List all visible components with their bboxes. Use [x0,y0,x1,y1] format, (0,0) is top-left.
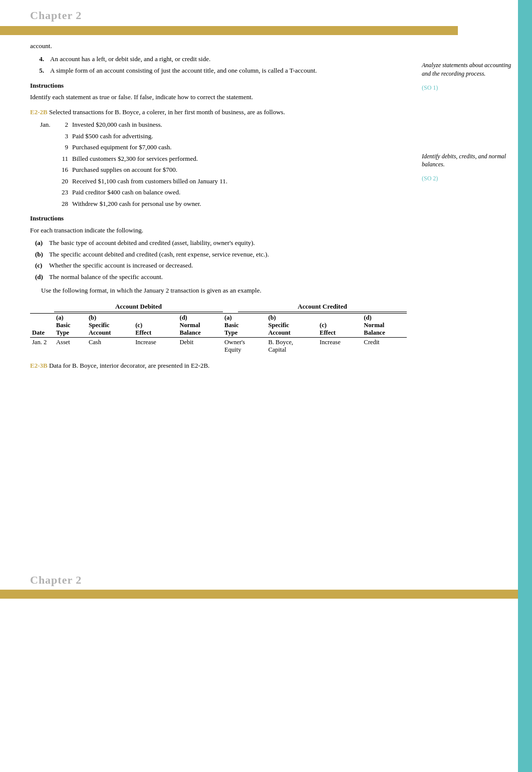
transaction-row: 16 Purchased supplies on account for $70… [40,165,407,175]
letter-d-text: The normal balance of the specific accou… [49,272,163,282]
trans-month-blank6 [40,187,54,197]
list-item: 5. A simple form of an account consistin… [35,66,407,76]
cell-a-credit: Owner'sEquity [222,337,266,355]
lettered-item-c: (c) Whether the specific account is incr… [35,261,407,271]
exercise-e23b-body: Data for B. Boyce, interior decorator, a… [49,362,209,369]
col-d-debit: (d) Normal Balance [178,313,223,337]
item-text-4: An account has a left, or debit side, an… [50,54,407,64]
format-note: Use the following format, in which the J… [41,286,407,296]
right-teal-border [518,0,532,772]
trans-desc-0: Invested $20,000 cash in business. [72,120,407,130]
col-a-credit: (a) Basic Type [222,313,266,337]
item-text-5: A simple form of an account consisting o… [50,66,407,76]
instructions2-heading: Instructions [30,213,407,223]
page-container: Chapter 2 account. 4. An account has a l… [0,0,532,772]
bottom-chapter-area: Chapter 2 [0,574,532,587]
letter-c: (c) [35,261,46,271]
main-content: account. 4. An account has a left, or de… [0,41,532,373]
trans-desc-2: Purchased equipment for $7,000 cash. [72,142,407,152]
trans-month-blank4 [40,165,54,175]
col-c-credit: (c) Effect [318,313,362,337]
trans-day-0: 2 [58,120,68,130]
account-debited-label: Account Debited [54,303,223,312]
exercise-e22b-para: E2-2B Selected transactions for B. Boyce… [30,107,407,117]
bottom-chapter-title: Chapter 2 [30,574,517,587]
date-spacer [30,303,54,312]
cell-b-credit: B. Boyce,Capital [266,337,318,355]
letter-c-text: Whether the specific account is increase… [49,261,193,271]
left-column: account. 4. An account has a left, or de… [30,41,417,373]
right-note-1-text: Analyze statements about accounting and … [422,61,517,78]
col-b-credit: (b) Specific Account [266,313,318,337]
transaction-row: 23 Paid creditor $400 cash on balance ow… [40,187,407,197]
cell-d-credit: Credit [362,337,407,355]
instructions2-text: For each transaction indicate the follow… [30,225,407,235]
exercise-e23b-para: E2-3B Data for B. Boyce, interior decora… [30,361,407,371]
letter-a-text: The basic type of account debited and cr… [49,238,255,248]
trans-desc-7: Withdrew $1,200 cash for personal use by… [72,199,407,209]
cell-date: Jan. 2 [30,337,54,355]
cell-a-debit: Asset [54,337,87,355]
trans-desc-1: Paid $500 cash for advertising. [72,131,407,141]
col-a-debit: (a) Basic Type [54,313,87,337]
trans-day-2: 9 [58,142,68,152]
trans-day-7: 28 [58,199,68,209]
trans-month-blank2 [40,142,54,152]
trans-day-6: 23 [58,187,68,197]
table-row: Jan. 2 Asset Cash Increase Debit Owner's… [30,337,407,355]
trans-month-blank [40,131,54,141]
cell-b-debit: Cash [87,337,133,355]
main-table: Date (a) Basic Type (b) Specific Account [30,313,407,355]
numbered-list: 4. An account has a left, or debit side,… [35,54,407,76]
trans-month: Jan. [40,120,54,130]
lettered-item-b: (b) The specific account debited and cre… [35,249,407,260]
item-number-4: 4. [35,54,44,64]
letter-b: (b) [35,249,46,260]
cell-c-debit: Increase [133,337,177,355]
table-section-headers: Account Debited Account Credited [30,303,407,312]
trans-desc-4: Purchased supplies on account for $700. [72,165,407,175]
transactions: Jan. 2 Invested $20,000 cash in business… [40,120,407,208]
table-container: Account Debited Account Credited Date (a… [30,303,407,355]
letter-a: (a) [35,238,46,248]
right-column: Analyze statements about accounting and … [417,41,517,373]
trans-day-1: 3 [58,131,68,141]
chapter-title: Chapter 2 [30,9,502,22]
mid-spacer [223,303,238,312]
trans-day-3: 11 [58,154,68,164]
so-badge-2: (SO 2) [422,174,517,183]
right-note-2: Identify debits, credits, and normal bal… [422,152,517,183]
right-note-2-text: Identify debits, credits, and normal bal… [422,152,517,169]
col-date: Date [30,313,54,337]
instructions-heading: Instructions [30,81,407,91]
transaction-row: 3 Paid $500 cash for advertising. [40,131,407,141]
lettered-item-a: (a) The basic type of account debited an… [35,238,407,248]
lettered-item-d: (d) The normal balance of the specific a… [35,272,407,282]
trans-day-4: 16 [58,165,68,175]
transaction-row: 11 Billed customers $2,300 for services … [40,154,407,164]
transaction-row: 20 Received $1,100 cash from customers b… [40,176,407,186]
trans-month-blank3 [40,154,54,164]
transaction-row: Jan. 2 Invested $20,000 cash in business… [40,120,407,130]
trans-desc-5: Received $1,100 cash from customers bill… [72,176,407,186]
letter-d: (d) [35,272,46,282]
chapter-header: Chapter 2 [0,0,532,35]
cell-c-credit: Increase [318,337,362,355]
col-b-debit: (b) Specific Account [87,313,133,337]
bottom-section: Chapter 2 [0,574,532,599]
cell-d-debit: Debit [178,337,223,355]
letter-b-text: The specific account debited and credite… [49,249,269,260]
trans-month-blank7 [40,199,54,209]
chapter-bar [0,26,458,35]
account-credited-label: Account Credited [238,303,407,312]
item-number-5: 5. [35,66,44,76]
exercise-e22b-id: E2-2B [30,108,48,116]
instructions-text: Identify each statement as true or false… [30,92,407,102]
trans-month-blank5 [40,176,54,186]
bottom-bar [0,590,518,599]
trans-day-5: 20 [58,176,68,186]
exercise-e22b-body: Selected transactions for B. Boyce, a co… [49,108,285,116]
col-c-debit: (c) Effect [133,313,177,337]
trans-desc-6: Paid creditor $400 cash on balance owed. [72,187,407,197]
exercise-e23b-id: E2-3B [30,362,48,369]
